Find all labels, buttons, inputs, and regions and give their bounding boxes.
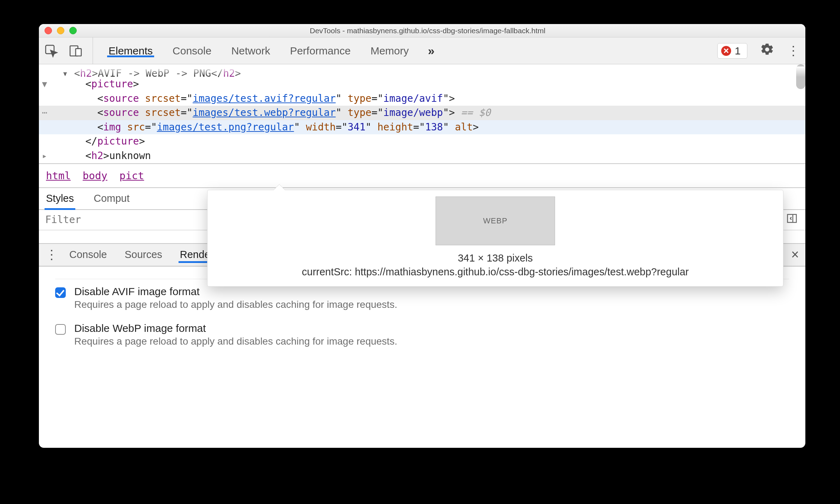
sidebar-toggle-icon[interactable] (786, 213, 798, 226)
image-preview-popover: WEBP 341 × 138 pixels currentSrc: https:… (207, 190, 783, 287)
window-controls (45, 27, 77, 34)
window-title: DevTools - mathiasbynens.github.io/css-d… (77, 27, 800, 35)
tab-console[interactable]: Console (172, 45, 212, 57)
tab-network[interactable]: Network (231, 45, 271, 57)
dom-tree[interactable]: ▾ <h2>AVIF -> WebP -> PNG</h2> ▼ <pictur… (39, 64, 805, 187)
zoom-window-icon[interactable] (69, 27, 77, 34)
drawer-menu-icon[interactable]: ⋮ (45, 247, 58, 262)
svg-rect-2 (76, 48, 81, 56)
crumb-html[interactable]: html (46, 168, 71, 183)
tab-elements[interactable]: Elements (108, 45, 153, 57)
preview-thumbnail: WEBP (436, 197, 555, 245)
option-disable-avif[interactable]: Disable AVIF image format Requires a pag… (55, 286, 789, 310)
devtools-window: DevTools - mathiasbynens.github.io/css-d… (39, 24, 805, 448)
option-title: Disable AVIF image format (74, 286, 397, 298)
tab-performance[interactable]: Performance (289, 45, 351, 57)
svg-rect-3 (788, 215, 797, 223)
checkbox-disable-webp[interactable] (55, 324, 66, 335)
error-icon (721, 46, 731, 56)
more-tabs-icon[interactable]: » (428, 44, 432, 58)
dom-node-picture-close[interactable]: </picture> (39, 134, 805, 149)
crumb-picture[interactable]: pict (119, 168, 144, 183)
option-disable-webp[interactable]: Disable WebP image format Requires a pag… (55, 322, 789, 347)
option-desc: Requires a page reload to apply and disa… (74, 336, 397, 347)
drawer-tab-sources[interactable]: Sources (124, 249, 163, 260)
dom-node-source-webp[interactable]: ⋯ <source srcset="images/test.webp?regul… (39, 106, 805, 120)
crumb-body[interactable]: body (83, 168, 107, 183)
inspect-element-icon[interactable] (45, 44, 58, 58)
dom-node-picture-open[interactable]: ▼ <picture> (39, 77, 805, 92)
device-toolbar-icon[interactable] (69, 44, 83, 58)
settings-icon[interactable] (760, 42, 774, 59)
window-titlebar: DevTools - mathiasbynens.github.io/css-d… (39, 24, 805, 37)
option-title: Disable WebP image format (74, 322, 397, 334)
dom-node-source-avif[interactable]: <source srcset="images/test.avif?regular… (39, 92, 805, 106)
dom-node-img[interactable]: <img src="images/test.png?regular" width… (39, 120, 805, 135)
tab-computed[interactable]: Comput (93, 188, 130, 209)
breadcrumb[interactable]: html body pict (39, 163, 805, 187)
minimize-window-icon[interactable] (57, 27, 64, 34)
checkbox-disable-avif[interactable] (55, 287, 66, 298)
preview-current-src: currentSrc: https://mathiasbynens.github… (217, 266, 774, 278)
tab-styles[interactable]: Styles (45, 188, 75, 209)
more-options-icon[interactable]: ⋮ (787, 43, 800, 58)
preview-dimensions: 341 × 138 pixels (217, 252, 774, 264)
error-count: 1 (735, 45, 741, 57)
close-window-icon[interactable] (45, 27, 52, 34)
error-badge[interactable]: 1 (717, 43, 747, 59)
panel-tabs: Elements Console Network Performance Mem… (93, 44, 713, 58)
main-toolbar: Elements Console Network Performance Mem… (39, 37, 805, 64)
dom-node-h2-unknown[interactable]: ▸ <h2>unknown (39, 149, 805, 163)
drawer-tab-console[interactable]: Console (69, 249, 107, 260)
tab-memory[interactable]: Memory (370, 45, 409, 57)
option-desc: Requires a page reload to apply and disa… (74, 299, 397, 310)
close-drawer-icon[interactable]: × (791, 247, 799, 262)
